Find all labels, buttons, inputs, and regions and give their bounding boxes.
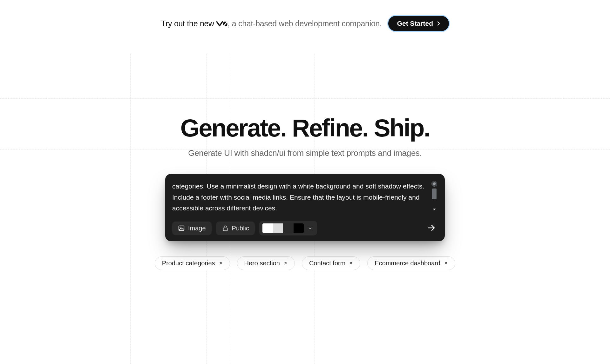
- chip-label: Hero section: [244, 260, 280, 267]
- announcement-text: Try out the new , a chat-based web devel…: [161, 19, 382, 28]
- add-image-button[interactable]: Image: [172, 222, 212, 235]
- scroll-knob-icon: [431, 181, 437, 187]
- swatch-3: [294, 223, 304, 233]
- add-image-label: Image: [188, 225, 206, 232]
- image-icon: [178, 225, 185, 232]
- scroll-thumb[interactable]: [432, 189, 437, 199]
- prompt-panel: Image Public: [165, 174, 445, 241]
- theme-select[interactable]: [259, 221, 317, 235]
- chevron-right-icon: [436, 21, 441, 26]
- swatch-1: [273, 223, 283, 233]
- visibility-label: Public: [232, 225, 249, 232]
- announcement-prefix: Try out the new: [161, 19, 216, 28]
- suggestion-contact-form[interactable]: Contact form: [302, 256, 360, 270]
- arrow-up-right-icon: [218, 261, 223, 266]
- suggestion-product-categories[interactable]: Product categories: [155, 256, 230, 270]
- unlock-icon: [222, 225, 229, 232]
- v0-logo: [216, 21, 228, 27]
- prompt-scrollbar[interactable]: [431, 181, 438, 213]
- theme-swatches: [262, 223, 304, 233]
- visibility-button[interactable]: Public: [216, 222, 255, 235]
- hero-subtitle: Generate UI with shadcn/ui from simple t…: [0, 148, 610, 158]
- arrow-up-right-icon: [283, 261, 288, 266]
- hero: Generate. Refine. Ship. Generate UI with…: [0, 114, 610, 158]
- suggestion-hero-section[interactable]: Hero section: [237, 256, 295, 270]
- panel-controls: Image Public: [172, 221, 438, 235]
- chip-label: Ecommerce dashboard: [375, 260, 440, 267]
- svg-rect-4: [223, 228, 227, 231]
- swatch-0: [262, 223, 273, 233]
- arrow-right-icon: [426, 223, 436, 233]
- swatch-2: [283, 223, 294, 233]
- chip-label: Product categories: [162, 260, 215, 267]
- arrow-up-right-icon: [349, 261, 353, 266]
- chevron-down-icon: [308, 226, 313, 231]
- arrow-up-right-icon: [444, 261, 448, 266]
- announcement-suffix: , a chat-based web development companion…: [228, 19, 382, 28]
- suggestion-ecommerce-dashboard[interactable]: Ecommerce dashboard: [367, 256, 455, 270]
- chip-label: Contact form: [309, 260, 345, 267]
- prompt-input[interactable]: [172, 181, 429, 213]
- hero-title: Generate. Refine. Ship.: [0, 114, 610, 142]
- get-started-button[interactable]: Get Started: [388, 16, 449, 31]
- submit-button[interactable]: [424, 221, 438, 235]
- caret-down-icon: [432, 207, 436, 213]
- suggestion-chips: Product categories Hero section Contact …: [0, 256, 610, 270]
- get-started-label: Get Started: [397, 20, 433, 27]
- announcement-bar: Try out the new , a chat-based web devel…: [0, 0, 610, 37]
